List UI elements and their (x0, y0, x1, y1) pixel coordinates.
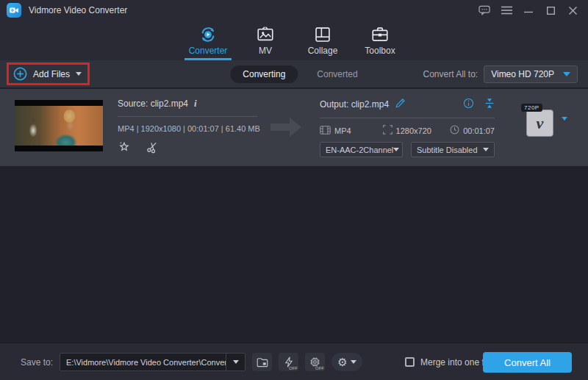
file-list-item: Source: clip2.mp4 i MP4 | 1920x1080 | 00… (0, 89, 588, 166)
profile-dropdown-icon[interactable] (562, 121, 567, 131)
convert-all-button[interactable]: Convert All (483, 352, 572, 373)
vidmore-video-converter-window: Vidmore Video Converter (0, 0, 588, 380)
save-path-select[interactable]: E:\Vidmore\Vidmore Video Converter\Conve… (60, 353, 245, 371)
feedback-icon[interactable] (475, 1, 494, 19)
convert-all-to-label: Convert All to: (423, 69, 478, 79)
output-profile-value: Vimeo HD 720P (491, 69, 554, 79)
save-path-dropdown[interactable] (226, 354, 245, 370)
chevron-down-icon (483, 148, 489, 151)
edit-effects-icon[interactable] (118, 140, 131, 156)
tab-mv[interactable]: MV (237, 21, 294, 60)
menu-icon[interactable] (497, 1, 516, 19)
bottom-bar: Save to: E:\Vidmore\Vidmore Video Conver… (0, 343, 588, 380)
mv-icon (256, 25, 275, 44)
hardware-off-label: OFF (315, 366, 324, 370)
output-filename: Output: clip2.mp4 (320, 99, 389, 110)
converting-tab[interactable]: Converting (230, 65, 298, 83)
open-folder-button[interactable] (252, 353, 272, 371)
tab-collage-label: Collage (308, 46, 338, 56)
add-files-label: Add Files (33, 69, 70, 79)
main-nav: Converter MV (0, 21, 588, 60)
vimeo-logo-glyph: v (537, 115, 544, 132)
tab-toolbox[interactable]: Toolbox (351, 21, 409, 60)
source-metadata: MP4 | 1920x1080 | 00:01:07 | 61.40 MB (118, 124, 276, 133)
add-files-dropdown-icon (76, 72, 82, 76)
gear-icon: ⚙ (337, 356, 347, 368)
minimize-button[interactable] (519, 1, 538, 19)
audio-track-value: EN-AAC-2Channel (326, 146, 393, 154)
source-filename: Source: clip2.mp4 (118, 98, 188, 109)
output-info-icon[interactable] (463, 98, 474, 111)
plus-circle-icon (13, 67, 27, 81)
chevron-down-icon (563, 72, 570, 76)
video-thumbnail[interactable] (15, 100, 103, 151)
format-film-icon (320, 126, 331, 136)
output-resolution-value: 1280x720 (396, 126, 431, 135)
chevron-down-icon (393, 148, 399, 151)
resolution-expand-icon (383, 125, 392, 136)
output-format-value: MP4 (334, 126, 351, 135)
cut-scissors-icon[interactable] (146, 140, 159, 156)
title-bar: Vidmore Video Converter (0, 0, 588, 21)
merge-checkbox[interactable] (405, 357, 415, 367)
toolbox-icon (370, 25, 390, 44)
hardware-acceleration-toggle-button[interactable]: OFF (305, 353, 325, 371)
tab-toolbox-label: Toolbox (365, 46, 395, 56)
thumbnail-image (15, 106, 103, 146)
source-to-output-arrow-icon (269, 115, 303, 141)
converter-toolbar: Add Files Converting Converted Convert A… (0, 60, 588, 87)
profile-resolution-badge: 720P (521, 104, 542, 112)
red-annotation-box: Add Files (7, 62, 90, 85)
tab-mv-label: MV (259, 46, 272, 56)
source-info-icon[interactable]: i (194, 98, 197, 110)
window-title: Vidmore Video Converter (29, 5, 127, 15)
tab-collage[interactable]: Collage (294, 21, 351, 60)
high-speed-toggle-button[interactable]: OFF (279, 353, 298, 371)
settings-button[interactable]: ⚙ (331, 353, 362, 371)
converter-icon (198, 25, 218, 44)
maximize-button[interactable] (541, 1, 560, 19)
speed-off-label: OFF (289, 366, 298, 370)
audio-track-select[interactable]: EN-AAC-2Channel (320, 142, 403, 157)
tab-converter-label: Converter (189, 46, 228, 56)
divider (320, 118, 495, 118)
save-path-value: E:\Vidmore\Vidmore Video Converter\Conve… (60, 358, 226, 367)
converted-tab[interactable]: Converted (317, 69, 357, 79)
output-profile-select[interactable]: Vimeo HD 720P (484, 65, 578, 83)
settings-dropdown-icon (351, 360, 356, 364)
tab-converter[interactable]: Converter (179, 21, 237, 60)
subtitle-select[interactable]: Subtitle Disabled (411, 142, 495, 157)
compress-icon[interactable] (484, 98, 495, 111)
collage-icon (313, 25, 332, 44)
output-duration-value: 00:01:07 (463, 126, 495, 135)
duration-clock-icon (450, 125, 459, 136)
merge-label: Merge into one file (420, 357, 493, 368)
divider (118, 116, 257, 117)
close-button[interactable] (563, 1, 582, 19)
rename-pencil-icon[interactable] (395, 98, 406, 111)
merge-into-one-file-option[interactable]: Merge into one file (405, 343, 493, 380)
add-files-button[interactable]: Add Files (13, 67, 82, 81)
output-profile-thumbnail[interactable]: v (526, 110, 553, 137)
save-to-label: Save to: (21, 357, 53, 368)
app-logo-icon (7, 3, 21, 18)
subtitle-value: Subtitle Disabled (417, 146, 478, 154)
